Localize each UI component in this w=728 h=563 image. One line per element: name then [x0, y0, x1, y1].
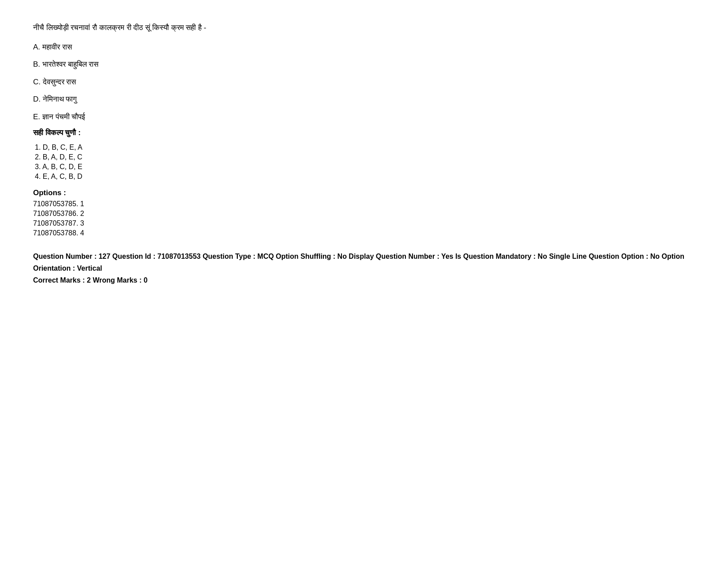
option-b-text: भारतेश्वर बाहुबिल रास — [42, 60, 98, 68]
select-label: सही विकल्प चुणौ : — [33, 128, 695, 137]
answer-option-2: 2. B, A, D, E, C — [33, 153, 695, 161]
option-a: A. महावीर रास — [33, 42, 695, 53]
option-id-1: 71087053785. 1 — [33, 200, 695, 208]
answer-option-3: 3. A, B, C, D, E — [33, 163, 695, 171]
option-id-2: 71087053786. 2 — [33, 210, 695, 218]
answer-option-4: 4. E, A, C, B, D — [33, 173, 695, 181]
options-list: A. महावीर रास B. भारतेश्वर बाहुबिल रास C… — [33, 42, 695, 123]
option-b-label: B. — [33, 60, 40, 68]
meta-line2: Correct Marks : 2 Wrong Marks : 0 — [33, 274, 695, 286]
option-c: C. देवसुन्दर रास — [33, 76, 695, 88]
option-d-text: नेमिनाथ फागु — [43, 95, 77, 103]
option-c-label: C. — [33, 78, 41, 86]
option-b: B. भारतेश्वर बाहुबिल रास — [33, 59, 695, 70]
meta-info: Question Number : 127 Question Id : 7108… — [33, 250, 695, 287]
option-id-3: 71087053787. 3 — [33, 219, 695, 227]
answer-options-list: 1. D, B, C, E, A 2. B, A, D, E, C 3. A, … — [33, 144, 695, 181]
option-id-4: 71087053788. 4 — [33, 229, 695, 237]
option-d: D. नेमिनाथ फागु — [33, 94, 695, 105]
question-text: नीचै लिख्योड़ी रचनावां रौ कालक्रम री दीठ… — [33, 22, 695, 34]
answer-option-1: 1. D, B, C, E, A — [33, 144, 695, 151]
option-d-label: D. — [33, 95, 41, 103]
option-a-label: A. — [33, 43, 40, 51]
option-e-label: E. — [33, 113, 40, 121]
option-e-text: ज्ञान पंचमी चौपई — [42, 113, 85, 121]
options-heading: Options : — [33, 189, 695, 197]
option-a-text: महावीर रास — [42, 43, 72, 51]
option-e: E. ज्ञान पंचमी चौपई — [33, 111, 695, 123]
meta-line1: Question Number : 127 Question Id : 7108… — [33, 250, 695, 274]
option-ids-list: 71087053785. 1 71087053786. 2 7108705378… — [33, 200, 695, 237]
option-c-text: देवसुन्दर रास — [43, 78, 76, 86]
